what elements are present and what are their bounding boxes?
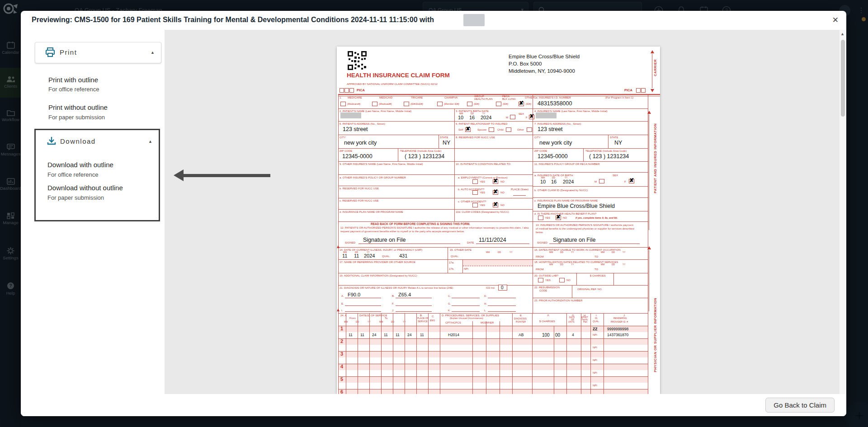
x-mark: ✘ bbox=[556, 214, 561, 220]
form-label: 13. INSURED'S OR AUTHORIZED PERSON'S SIG… bbox=[536, 223, 635, 234]
form-label: I. bbox=[341, 309, 343, 312]
form-label: G. bbox=[448, 302, 451, 305]
form-title: HEALTH INSURANCE CLAIM FORM bbox=[347, 72, 450, 79]
grid-line bbox=[338, 94, 660, 95]
form-label: From bbox=[349, 317, 356, 320]
insured-city: new york city bbox=[539, 140, 572, 146]
printer-icon bbox=[45, 47, 55, 57]
close-icon[interactable]: ✕ bbox=[832, 15, 839, 25]
signature-line bbox=[476, 239, 529, 244]
form-label: EMG bbox=[430, 319, 435, 322]
grid-line bbox=[533, 172, 648, 173]
x-mark: ✘ bbox=[519, 100, 524, 106]
svc-date: 11 bbox=[396, 333, 400, 337]
pica-box bbox=[344, 88, 349, 93]
grid-line bbox=[338, 247, 648, 248]
form-label: L. bbox=[484, 309, 486, 312]
scrollbar-thumb[interactable] bbox=[841, 40, 845, 117]
form-label: c. INSURANCE PLAN NAME OR PROGRAM NAME bbox=[534, 199, 598, 202]
grid-line bbox=[439, 135, 439, 148]
form-label: D. bbox=[484, 295, 487, 298]
grid-line bbox=[398, 148, 398, 161]
onset-mm: 11 bbox=[342, 253, 347, 258]
x-mark: ✘ bbox=[529, 113, 534, 119]
redacted-name bbox=[463, 14, 485, 26]
form-label: 10d. CLAIM CODES (Designated by NUCC) bbox=[456, 211, 509, 214]
shaded-row bbox=[339, 326, 648, 332]
grid-line bbox=[533, 186, 648, 187]
grid-line bbox=[604, 313, 604, 394]
diagnosis-line bbox=[396, 294, 432, 298]
form-label: $ CHARGES bbox=[539, 320, 555, 323]
checkbox bbox=[472, 179, 478, 184]
grid-line bbox=[338, 313, 648, 314]
go-back-to-claim-button[interactable]: Go Back to Claim bbox=[765, 398, 835, 413]
grid-line bbox=[338, 174, 533, 175]
form-label: H. bbox=[484, 302, 487, 305]
grid-line bbox=[393, 313, 393, 394]
grid-line bbox=[338, 326, 648, 326]
form-label: DIAGNOSIS bbox=[514, 318, 527, 320]
option-title[interactable]: Download with outline bbox=[47, 161, 113, 169]
form-label: MM bbox=[601, 251, 604, 254]
form-label: d. IS THERE ANOTHER HEALTH BENEFIT PLAN? bbox=[534, 212, 596, 216]
form-label: 8. RESERVED FOR NUCC USE bbox=[456, 136, 495, 139]
actions-panel: Print ▲ Print with outline For office re… bbox=[21, 30, 165, 394]
download-section-header[interactable]: Download ▲ bbox=[36, 130, 159, 152]
grid-line bbox=[581, 313, 581, 394]
redacted-patient-name bbox=[340, 113, 361, 118]
svc-date: 11 bbox=[349, 333, 353, 337]
grid-line bbox=[338, 221, 648, 222]
form-label: 6. PATIENT RELATIONSHIP TO INSURED bbox=[456, 122, 508, 126]
form-label: YY bbox=[571, 263, 574, 266]
birthdate-mm: 10 bbox=[458, 115, 463, 120]
grid-line bbox=[369, 313, 370, 394]
icd-indicator-value: 0 bbox=[501, 285, 504, 290]
form-label: To bbox=[385, 317, 387, 320]
form-label: NPI bbox=[464, 267, 468, 271]
checkbox bbox=[599, 179, 604, 183]
margin-arrow bbox=[337, 245, 340, 248]
preview-scrollbar[interactable]: ▲ bbox=[840, 30, 846, 394]
svc-date: 24 bbox=[372, 333, 376, 337]
checkbox bbox=[538, 278, 543, 282]
option-title[interactable]: Print with outline bbox=[48, 76, 98, 84]
diagnosis-line bbox=[488, 308, 516, 312]
form-label: YES bbox=[480, 180, 485, 183]
form-label: C. bbox=[432, 315, 434, 318]
svc-charge-cents: 00 bbox=[555, 333, 560, 338]
form-label: STATE bbox=[610, 136, 618, 139]
form-label: 5. PATIENT'S ADDRESS (No., Street) bbox=[340, 122, 385, 126]
form-label: 18. HOSPITALIZATION DATES RELATED TO CUR… bbox=[534, 261, 618, 264]
svc-date: 11 bbox=[384, 333, 388, 337]
grid-line bbox=[608, 135, 609, 148]
svc-place-of-service: 11 bbox=[420, 333, 424, 337]
grid-line bbox=[338, 364, 648, 364]
form-label: QUAL. bbox=[593, 320, 599, 323]
grid-line bbox=[338, 198, 533, 198]
print-section-header[interactable]: Print ▲ bbox=[35, 42, 161, 63]
form-label: DATE bbox=[467, 241, 474, 244]
form-label: F bbox=[526, 116, 528, 119]
grid-line bbox=[566, 313, 567, 394]
option-title[interactable]: Download without outline bbox=[47, 184, 123, 192]
form-label: $ CHARGES bbox=[590, 274, 606, 277]
form-label: HEALTH PLAN bbox=[474, 98, 493, 101]
option-title[interactable]: Print without outline bbox=[48, 103, 108, 111]
print-section-label: Print bbox=[60, 48, 77, 56]
grid-line bbox=[533, 298, 648, 298]
form-label: 21. DIAGNOSIS OR NATURE OF ILLNESS OR IN… bbox=[340, 286, 453, 290]
form-label: ZIP CODE bbox=[534, 150, 547, 153]
service-row-number: 5 bbox=[340, 376, 343, 382]
diagnosis-line bbox=[452, 301, 480, 306]
form-label: 10. IS PATIENT'S CONDITION RELATED TO: bbox=[456, 163, 511, 166]
form-label: YY bbox=[571, 251, 574, 254]
physician-arrow-line bbox=[649, 250, 649, 311]
form-label: 15. OTHER DATE bbox=[450, 249, 472, 252]
form-label: NPI bbox=[593, 384, 597, 387]
shaded-row bbox=[339, 376, 648, 383]
place-bracket bbox=[513, 192, 526, 196]
scroll-up-icon[interactable]: ▲ bbox=[840, 32, 844, 36]
x-mark: ✘ bbox=[466, 126, 470, 131]
form-label: NPI bbox=[593, 346, 597, 349]
